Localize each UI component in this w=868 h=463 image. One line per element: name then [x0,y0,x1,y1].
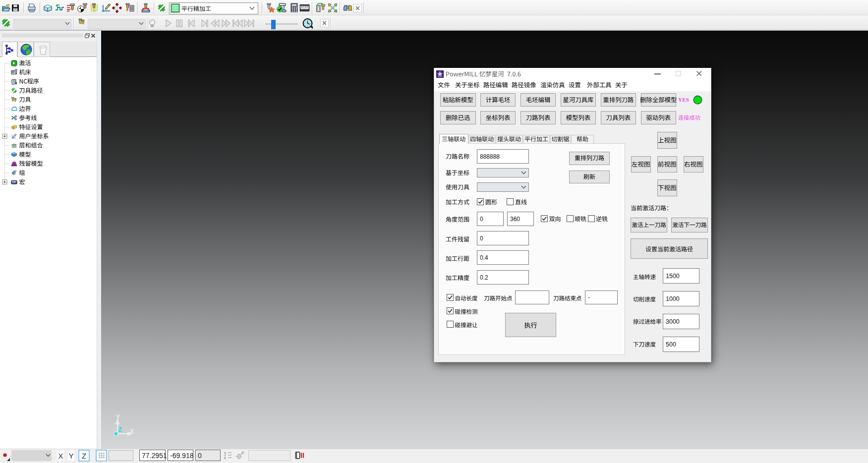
svg-text:Z: Z [224,457,226,460]
svg-text:Y: Y [116,413,120,420]
svg-text:X: X [130,427,134,435]
svg-text:Z: Z [118,426,122,433]
